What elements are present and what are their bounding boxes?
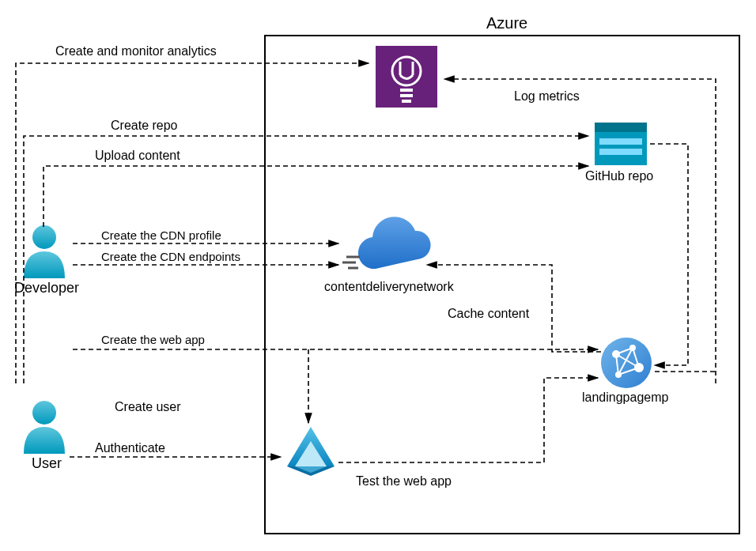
svg-point-24	[32, 401, 56, 425]
label-create-monitor-analytics: Create and monitor analytics	[55, 44, 217, 58]
svg-rect-4	[400, 89, 413, 92]
svg-rect-0	[376, 46, 437, 108]
label-create-user: Create user	[115, 400, 181, 414]
edge-repo-to-webapp	[650, 144, 688, 365]
label-create-repo: Create repo	[111, 119, 178, 133]
edge-log-metrics	[444, 79, 716, 383]
label-cache-content: Cache content	[448, 307, 529, 321]
edge-test-web-app	[338, 378, 598, 462]
githubrepo-label: GitHub repo	[585, 169, 653, 183]
architecture-diagram: Azure Developer User GitHub repo content…	[0, 0, 756, 551]
edge-upload-content	[43, 166, 588, 227]
svg-rect-10	[599, 149, 642, 155]
developer-icon	[24, 225, 65, 278]
edge-webapp-to-logbus	[655, 372, 716, 373]
svg-rect-5	[400, 94, 413, 97]
label-log-metrics: Log metrics	[514, 89, 580, 104]
user-icon	[24, 401, 65, 454]
svg-rect-6	[402, 100, 411, 103]
diagram-svg	[0, 0, 756, 551]
svg-rect-9	[599, 138, 642, 145]
label-create-cdn-endpoints: Create the CDN endpoints	[101, 250, 240, 263]
svg-point-14	[601, 338, 652, 388]
label-authenticate: Authenticate	[95, 441, 165, 455]
label-create-web-app: Create the web app	[101, 333, 205, 346]
insights-icon	[376, 46, 437, 108]
label-upload-content: Upload content	[95, 149, 180, 163]
svg-rect-8	[595, 123, 647, 132]
cdn-icon	[342, 217, 431, 269]
azure-label: Azure	[486, 14, 527, 32]
github-repo-icon	[595, 123, 647, 165]
webapp-icon	[601, 338, 652, 388]
aad-icon	[287, 427, 335, 476]
webapp-label: landingpagemp	[582, 391, 668, 405]
svg-point-23	[32, 225, 56, 249]
label-create-cdn-profile: Create the CDN profile	[101, 228, 221, 242]
developer-label: Developer	[14, 280, 79, 296]
user-label: User	[32, 455, 62, 472]
cdn-label: contentdeliverynetwork	[324, 280, 454, 294]
label-test-web-app: Test the web app	[356, 474, 452, 489]
